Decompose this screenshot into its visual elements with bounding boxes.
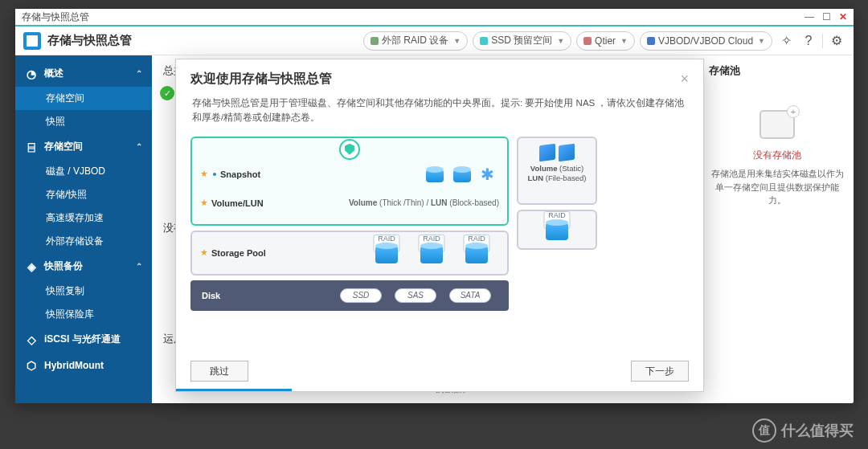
sidebar-item-storage-space[interactable]: 存储空间	[15, 87, 152, 110]
sidebar-item-snapshot[interactable]: 快照	[15, 110, 152, 133]
pool-add-icon[interactable]	[760, 110, 795, 139]
cylinder-icon	[420, 243, 443, 263]
ssd-reserve-button[interactable]: SSD 预留空间▼	[473, 31, 571, 51]
modal-title: 欢迎使用存储与快照总管	[190, 71, 332, 88]
no-pool-label: 没有存储池	[709, 149, 845, 162]
sidebar-item-cache[interactable]: 高速缓存加速	[15, 206, 152, 230]
maximize-icon[interactable]: ☐	[822, 11, 831, 22]
help-icon[interactable]: ?	[800, 32, 817, 50]
titlebar: 存储与快照总管 — ☐ ✕	[15, 9, 854, 27]
star-icon: ★	[200, 198, 208, 208]
snapshot-label: Snapshot	[220, 169, 260, 179]
camera-icon	[211, 172, 218, 177]
storage-pool-panel: 存储池 没有存储池 存储池是用来集结实体磁盘以作为单一存储空间且提供数据保护能力…	[701, 55, 854, 403]
app-title: 存储与快照总管	[47, 33, 132, 48]
settings-icon[interactable]: ⚙	[828, 32, 845, 50]
pool-panel-title: 存储池	[709, 63, 845, 78]
progress-bar	[176, 389, 292, 391]
cylinder-icon	[465, 243, 488, 263]
dashboard-icon: ◔	[25, 67, 38, 80]
check-icon: ✓	[160, 86, 174, 100]
pool-description: 存储池是用来集结实体磁盘以作为单一存储空间且提供数据保护能力。	[709, 167, 845, 207]
chevron-up-icon: ⌃	[136, 142, 142, 151]
chevron-up-icon: ⌃	[136, 262, 142, 271]
sidebar: ◔概述⌃ 存储空间 快照 ⌸存储空间⌃ 磁盘 / VJBOD 存储/快照 高速缓…	[15, 55, 152, 403]
sidebar-item-vault[interactable]: 快照保险库	[15, 303, 152, 326]
next-button[interactable]: 下一步	[631, 361, 689, 382]
sidebar-section-hybridmount[interactable]: ⬡HybridMount	[15, 353, 152, 378]
sidebar-section-iscsi[interactable]: ◇iSCSI 与光纤通道	[15, 326, 152, 353]
sidebar-item-disk-vjbod[interactable]: 磁盘 / VJBOD	[15, 160, 152, 183]
sidebar-section-snapshot-backup[interactable]: ◈快照备份⌃	[15, 253, 152, 280]
storage-diagram: ★ Snapshot ✱ ★ Volume/LUN Volume (Thick …	[190, 137, 689, 311]
disk-type-sas: SAS	[395, 288, 436, 303]
chevron-up-icon: ⌃	[136, 69, 142, 78]
cylinder-icon	[546, 219, 568, 240]
disk-type-ssd: SSD	[340, 288, 382, 303]
skip-button[interactable]: 跳过	[190, 361, 248, 382]
sidebar-section-overview[interactable]: ◔概述⌃	[15, 60, 152, 87]
modal-description: 存储与快照总管是用于管理磁盘、存储空间和其他存储功能的中央界面。提示: 要开始使…	[176, 96, 703, 125]
welcome-modal: 欢迎使用存储与快照总管 × 存储与快照总管是用于管理磁盘、存储空间和其他存储功能…	[175, 59, 704, 392]
disk-label: Disk	[202, 291, 220, 300]
storage-pool-label: Storage Pool	[211, 248, 266, 258]
watermark: 值 什么值得买	[752, 418, 854, 443]
volume-lun-label: Volume/LUN	[211, 198, 264, 208]
close-icon[interactable]: ✕	[839, 11, 847, 22]
backup-icon: ◈	[25, 260, 38, 273]
tools-icon[interactable]: ✧	[777, 32, 795, 50]
toolbar: 存储与快照总管 外部 RAID 设备▼ SSD 预留空间▼ Qtier▼ VJB…	[15, 27, 854, 55]
vjbod-button[interactable]: VJBOD/VJBOD Cloud▼	[640, 31, 772, 51]
app-icon	[23, 32, 41, 50]
external-raid-button[interactable]: 外部 RAID 设备▼	[363, 31, 468, 51]
hybrid-icon: ⬡	[25, 359, 38, 372]
shield-icon	[339, 139, 360, 160]
cylinder-icon	[426, 166, 444, 182]
qtier-button[interactable]: Qtier▼	[576, 31, 635, 51]
disk-type-sata: SATA	[449, 288, 491, 303]
cube-icon	[539, 143, 555, 161]
storage-icon: ⌸	[25, 141, 38, 153]
cylinder-icon	[375, 243, 398, 263]
cube-icon	[559, 143, 575, 161]
modal-close-icon[interactable]: ×	[680, 71, 689, 88]
sidebar-item-replicate[interactable]: 快照复制	[15, 280, 152, 303]
iscsi-icon: ◇	[25, 333, 38, 346]
minimize-icon[interactable]: —	[805, 11, 814, 22]
cluster-icon: ✱	[481, 165, 494, 184]
star-icon: ★	[200, 247, 208, 258]
star-icon: ★	[200, 169, 208, 179]
cylinder-icon	[453, 166, 471, 182]
sidebar-item-external[interactable]: 外部存储设备	[15, 230, 152, 253]
sidebar-item-storage-snapshot[interactable]: 存储/快照	[15, 183, 152, 206]
window-title: 存储与快照总管	[22, 10, 89, 24]
sidebar-section-storage[interactable]: ⌸存储空间⌃	[15, 133, 152, 160]
